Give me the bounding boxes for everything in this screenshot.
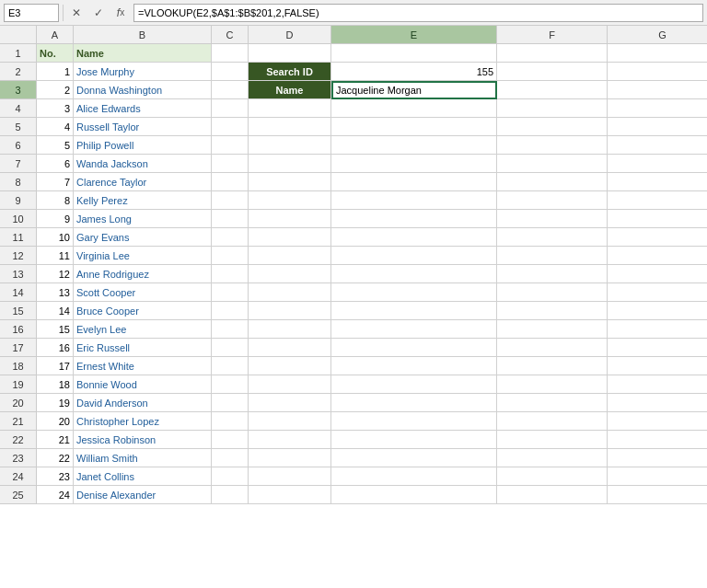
cell-g15[interactable] — [608, 302, 707, 320]
row-number[interactable]: 5 — [0, 118, 37, 136]
cell-b23[interactable]: William Smith — [74, 449, 212, 467]
cancel-button[interactable]: ✕ — [67, 4, 86, 22]
cell-reference-box[interactable]: E3 — [4, 4, 59, 22]
cell-b11[interactable]: Gary Evans — [74, 228, 212, 247]
col-header-c[interactable]: C — [212, 26, 249, 44]
cell-b20[interactable]: David Anderson — [74, 394, 212, 412]
cell-e2[interactable]: 155 — [331, 63, 497, 81]
cell-e16[interactable] — [331, 320, 497, 339]
cell-f19[interactable] — [497, 375, 608, 394]
cell-d15[interactable] — [249, 302, 331, 320]
cell-f20[interactable] — [497, 394, 608, 412]
cell-g13[interactable] — [608, 265, 707, 283]
cell-c10[interactable] — [212, 210, 249, 228]
row-number[interactable]: 13 — [0, 265, 37, 283]
cell-b18[interactable]: Ernest White — [74, 357, 212, 375]
cell-d1[interactable] — [249, 44, 331, 63]
cell-d6[interactable] — [249, 136, 331, 155]
row-number[interactable]: 23 — [0, 449, 37, 467]
cell-f18[interactable] — [497, 357, 608, 375]
cell-a10[interactable]: 9 — [37, 210, 74, 228]
cell-d11[interactable] — [249, 228, 331, 247]
cell-b19[interactable]: Bonnie Wood — [74, 375, 212, 394]
cell-c16[interactable] — [212, 320, 249, 339]
cell-c4[interactable] — [212, 99, 249, 118]
cell-d20[interactable] — [249, 394, 331, 412]
row-number[interactable]: 20 — [0, 394, 37, 412]
row-number[interactable]: 10 — [0, 210, 37, 228]
cell-a22[interactable]: 21 — [37, 431, 74, 449]
cell-c13[interactable] — [212, 265, 249, 283]
cell-f2[interactable] — [497, 63, 608, 81]
cell-f10[interactable] — [497, 210, 608, 228]
cell-e13[interactable] — [331, 265, 497, 283]
cell-f21[interactable] — [497, 412, 608, 431]
cell-f5[interactable] — [497, 118, 608, 136]
cell-c9[interactable] — [212, 191, 249, 210]
cell-e25[interactable] — [331, 486, 497, 504]
cell-c24[interactable] — [212, 467, 249, 486]
cell-g4[interactable] — [608, 99, 707, 118]
cell-c6[interactable] — [212, 136, 249, 155]
cell-d12[interactable] — [249, 247, 331, 265]
cell-g9[interactable] — [608, 191, 707, 210]
cell-d24[interactable] — [249, 467, 331, 486]
cell-g23[interactable] — [608, 449, 707, 467]
cell-b16[interactable]: Evelyn Lee — [74, 320, 212, 339]
cell-e15[interactable] — [331, 302, 497, 320]
cell-b7[interactable]: Wanda Jackson — [74, 155, 212, 173]
cell-a9[interactable]: 8 — [37, 191, 74, 210]
cell-c15[interactable] — [212, 302, 249, 320]
cell-c12[interactable] — [212, 247, 249, 265]
cell-f23[interactable] — [497, 449, 608, 467]
cell-e21[interactable] — [331, 412, 497, 431]
cell-g6[interactable] — [608, 136, 707, 155]
cell-d10[interactable] — [249, 210, 331, 228]
cell-d3[interactable]: Name — [249, 81, 331, 99]
cell-a5[interactable]: 4 — [37, 118, 74, 136]
row-number[interactable]: 24 — [0, 467, 37, 486]
cell-f1[interactable] — [497, 44, 608, 63]
cell-f9[interactable] — [497, 191, 608, 210]
cell-g24[interactable] — [608, 467, 707, 486]
cell-a6[interactable]: 5 — [37, 136, 74, 155]
cell-d4[interactable] — [249, 99, 331, 118]
row-number[interactable]: 1 — [0, 44, 37, 63]
row-number[interactable]: 16 — [0, 320, 37, 339]
cell-a16[interactable]: 15 — [37, 320, 74, 339]
cell-a3[interactable]: 2 — [37, 81, 74, 99]
cell-b17[interactable]: Eric Russell — [74, 339, 212, 357]
cell-f17[interactable] — [497, 339, 608, 357]
cell-f15[interactable] — [497, 302, 608, 320]
cell-a23[interactable]: 22 — [37, 449, 74, 467]
cell-f14[interactable] — [497, 283, 608, 302]
cell-b14[interactable]: Scott Cooper — [74, 283, 212, 302]
cell-c21[interactable] — [212, 412, 249, 431]
confirm-button[interactable]: ✓ — [89, 4, 108, 22]
cell-b15[interactable]: Bruce Cooper — [74, 302, 212, 320]
cell-e5[interactable] — [331, 118, 497, 136]
cell-e20[interactable] — [331, 394, 497, 412]
col-header-d[interactable]: D — [249, 26, 331, 44]
cell-e1[interactable] — [331, 44, 497, 63]
row-number[interactable]: 19 — [0, 375, 37, 394]
row-number[interactable]: 8 — [0, 173, 37, 191]
cell-d9[interactable] — [249, 191, 331, 210]
cell-e18[interactable] — [331, 357, 497, 375]
row-number[interactable]: 2 — [0, 63, 37, 81]
cell-d16[interactable] — [249, 320, 331, 339]
cell-d22[interactable] — [249, 431, 331, 449]
cell-e11[interactable] — [331, 228, 497, 247]
cell-d21[interactable] — [249, 412, 331, 431]
cell-e22[interactable] — [331, 431, 497, 449]
cell-f25[interactable] — [497, 486, 608, 504]
cell-c3[interactable] — [212, 81, 249, 99]
cell-f12[interactable] — [497, 247, 608, 265]
cell-a14[interactable]: 13 — [37, 283, 74, 302]
cell-b6[interactable]: Philip Powell — [74, 136, 212, 155]
cell-a12[interactable]: 11 — [37, 247, 74, 265]
cell-a4[interactable]: 3 — [37, 99, 74, 118]
cell-c1[interactable] — [212, 44, 249, 63]
row-number[interactable]: 12 — [0, 247, 37, 265]
cell-a17[interactable]: 16 — [37, 339, 74, 357]
